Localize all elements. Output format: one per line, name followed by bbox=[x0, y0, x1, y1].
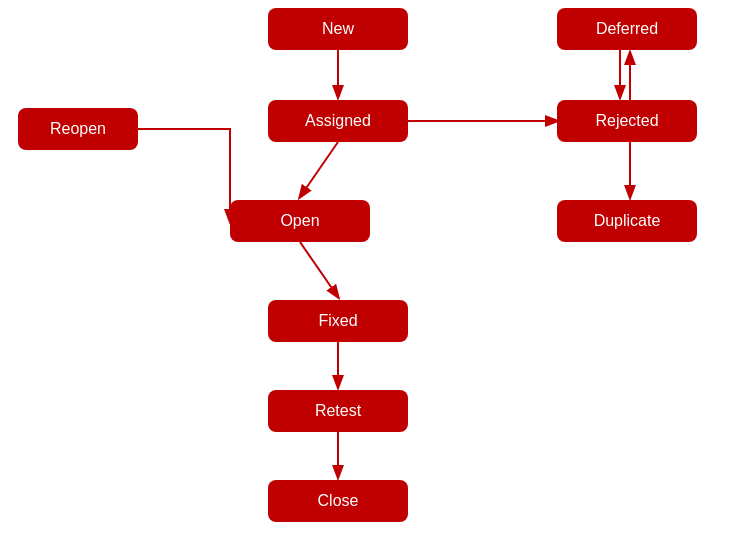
svg-line-2 bbox=[300, 242, 338, 297]
arrows-layer bbox=[0, 0, 735, 545]
diagram: New Assigned Open Fixed Retest Close Reo… bbox=[0, 0, 735, 545]
node-close: Close bbox=[268, 480, 408, 522]
node-retest: Retest bbox=[268, 390, 408, 432]
node-duplicate: Duplicate bbox=[557, 200, 697, 242]
node-rejected: Rejected bbox=[557, 100, 697, 142]
node-assigned: Assigned bbox=[268, 100, 408, 142]
node-new: New bbox=[268, 8, 408, 50]
node-reopen: Reopen bbox=[18, 108, 138, 150]
node-fixed: Fixed bbox=[268, 300, 408, 342]
svg-line-1 bbox=[300, 142, 338, 197]
node-open: Open bbox=[230, 200, 370, 242]
node-deferred: Deferred bbox=[557, 8, 697, 50]
